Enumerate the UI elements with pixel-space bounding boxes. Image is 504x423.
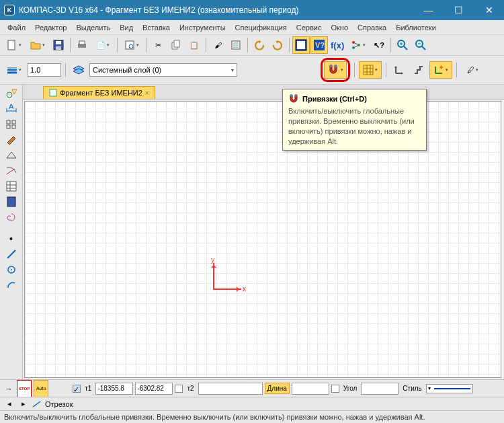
angle-input[interactable]: [361, 383, 398, 395]
table-icon[interactable]: [2, 179, 21, 194]
menu-spec[interactable]: Спецификация: [230, 22, 292, 33]
menu-window[interactable]: Окно: [326, 22, 353, 33]
svg-rect-64: [295, 95, 297, 97]
paste-button[interactable]: 📋: [185, 36, 203, 54]
arc-tool[interactable]: [2, 278, 21, 293]
length-label[interactable]: Длина: [265, 383, 290, 394]
library-mgr-button[interactable]: [292, 36, 310, 54]
doc-tab-close[interactable]: ×: [145, 89, 149, 97]
length-input[interactable]: [292, 383, 329, 395]
menu-libs[interactable]: Библиотеки: [391, 22, 441, 33]
symbols-icon[interactable]: [2, 117, 21, 132]
menu-help[interactable]: Справка: [353, 22, 391, 33]
doc-tab-active[interactable]: Фрагмент БЕЗ ИМЕНИ2 ×: [43, 86, 155, 99]
t1-y-input[interactable]: [135, 383, 173, 395]
menu-edit[interactable]: Редактор: [30, 22, 71, 33]
ortho-button[interactable]: [390, 61, 408, 79]
menu-view[interactable]: Вид: [115, 22, 138, 33]
minimize-button[interactable]: —: [413, 0, 444, 20]
tab-right[interactable]: ▸: [18, 399, 29, 410]
menu-file[interactable]: Файл: [3, 22, 30, 33]
tree-button[interactable]: [347, 36, 370, 54]
toolbar-layer: Системный слой (0) ✦ 🖊: [0, 56, 504, 85]
redo-button[interactable]: [269, 36, 286, 54]
variables-button[interactable]: V?: [310, 36, 328, 54]
style-combo[interactable]: ▾: [426, 384, 473, 393]
zoom-out-button[interactable]: [412, 36, 429, 54]
cut-button[interactable]: ✂: [149, 36, 167, 54]
undo-button[interactable]: [251, 36, 268, 54]
svg-rect-2: [56, 41, 61, 44]
menu-select[interactable]: Выделить: [71, 22, 115, 33]
grid-display-button[interactable]: [359, 61, 382, 79]
layers-button[interactable]: [70, 61, 87, 79]
auto-button[interactable]: Auto: [34, 380, 48, 397]
dim-icon[interactable]: A: [2, 102, 21, 116]
svg-point-61: [11, 269, 12, 270]
menu-service[interactable]: Сервис: [292, 22, 327, 33]
point-tool[interactable]: •: [2, 231, 21, 246]
fx-button[interactable]: f(x): [329, 36, 346, 54]
document-tabs: Фрагмент БЕЗ ИМЕНИ2 ×: [23, 85, 504, 100]
t1-x-input[interactable]: [95, 383, 133, 395]
print-button[interactable]: [73, 36, 91, 54]
snap-toggle-button[interactable]: [324, 61, 347, 79]
svg-rect-63: [290, 95, 292, 97]
sketch-brush-button[interactable]: 🖊: [461, 61, 484, 79]
print-dd-button[interactable]: 📄: [91, 36, 114, 54]
t2-checkbox[interactable]: [175, 385, 183, 393]
separator: [456, 63, 457, 77]
drawing-canvas[interactable]: x y: [24, 101, 501, 378]
x-axis-label: x: [243, 285, 246, 293]
y-axis-label: y: [211, 256, 214, 264]
close-button[interactable]: ✕: [474, 0, 504, 20]
entity-label: Отрезок: [45, 400, 73, 408]
line-tool[interactable]: [2, 247, 21, 262]
edit-icon[interactable]: [2, 132, 21, 147]
layer-combo[interactable]: Системный слой (0): [89, 63, 237, 77]
svg-line-65: [33, 401, 40, 407]
circle-tool[interactable]: [2, 262, 21, 277]
step-button[interactable]: [410, 61, 427, 79]
copy-button[interactable]: [167, 36, 185, 54]
separator: [65, 63, 66, 77]
properties-button[interactable]: [227, 36, 245, 54]
report-icon[interactable]: [2, 194, 21, 209]
t1-checkbox[interactable]: ✓: [73, 385, 81, 393]
spiral-icon[interactable]: [2, 210, 21, 225]
measure-icon[interactable]: [2, 163, 21, 178]
svg-rect-58: [7, 197, 15, 206]
maximize-button[interactable]: ☐: [444, 0, 474, 20]
svg-line-51: [11, 152, 16, 158]
angle-checkbox[interactable]: [331, 385, 339, 393]
stop-button[interactable]: STOP: [17, 380, 32, 397]
tooltip-body: Включить/выключить глобальные привязки. …: [288, 106, 421, 146]
tab-left[interactable]: ◂: [4, 399, 15, 410]
svg-rect-9: [174, 40, 179, 47]
menu-insert[interactable]: Вставка: [138, 22, 175, 33]
geom-icon[interactable]: [2, 86, 21, 101]
brush-button[interactable]: 🖌: [209, 36, 226, 54]
line-style-btn[interactable]: [3, 61, 26, 79]
open-button[interactable]: [26, 36, 49, 54]
menu-tools[interactable]: Инструменты: [175, 22, 230, 33]
left-toolbox: A •: [0, 85, 23, 379]
zoom-in-button[interactable]: [394, 36, 411, 54]
svg-text:V?: V?: [315, 41, 325, 49]
arrow-left-icon[interactable]: →: [3, 380, 15, 397]
params-icon[interactable]: [2, 148, 21, 163]
separator: [206, 38, 206, 52]
new-button[interactable]: [3, 36, 26, 54]
help-cursor-button[interactable]: ↖?: [370, 36, 388, 54]
svg-line-53: [7, 169, 15, 174]
t1-label: т1: [83, 383, 93, 393]
preview-button[interactable]: [120, 36, 143, 54]
save-button[interactable]: [50, 36, 67, 54]
line-width-input[interactable]: [28, 63, 61, 77]
svg-line-26: [422, 46, 425, 50]
local-cs-button[interactable]: ✦: [429, 61, 452, 79]
segment-icon: [32, 400, 42, 408]
t2-input[interactable]: [198, 383, 263, 395]
svg-text:✦: ✦: [438, 65, 444, 71]
toolbar-main: 📄 ✂ 📋 🖌 V? f(x) ↖?: [0, 35, 504, 56]
